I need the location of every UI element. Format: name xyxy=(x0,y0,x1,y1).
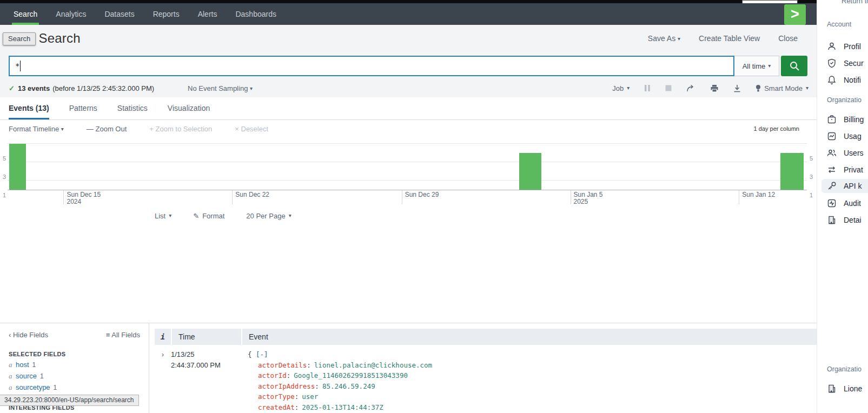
deselect-label: Deselect xyxy=(241,125,269,133)
create-table-view-button[interactable]: Create Table View xyxy=(699,34,760,43)
timeline-bar[interactable] xyxy=(9,144,26,190)
tab-statistics[interactable]: Statistics xyxy=(117,97,148,119)
event-sampling-label: No Event Sampling xyxy=(188,84,248,92)
field-source[interactable]: asource1 xyxy=(9,372,140,380)
format-button[interactable]: ✎ Format xyxy=(193,212,224,220)
pencil-icon: ✎ xyxy=(193,212,199,220)
export-button[interactable] xyxy=(733,84,741,92)
lightbulb-icon xyxy=(756,84,761,92)
search-query-text: * xyxy=(15,62,19,70)
deselect-button[interactable]: × Deselect xyxy=(235,125,268,133)
json-key[interactable]: actorType xyxy=(258,392,299,401)
hide-fields-button[interactable]: ‹ Hide Fields xyxy=(9,331,48,339)
field-type-string-icon: a xyxy=(9,384,16,391)
stop-button[interactable] xyxy=(665,85,672,91)
all-fields-button[interactable]: ≡ All Fields xyxy=(106,331,140,339)
search-mode-dropdown[interactable]: Smart Mode ▾ xyxy=(756,84,809,92)
y-axis-label-right: 5 xyxy=(810,155,813,162)
share-button[interactable] xyxy=(686,84,695,92)
field-host[interactable]: ahost1 xyxy=(9,361,140,369)
col-header-time: Time xyxy=(172,329,241,345)
close-button[interactable]: Close xyxy=(778,34,798,43)
sidebar-item-profile[interactable]: Profil xyxy=(827,39,861,54)
search-input[interactable]: * xyxy=(9,56,734,76)
splunk-logo-icon[interactable]: > xyxy=(784,4,806,25)
event-count-suffix: (before 1/13/25 2:45:32.000 PM) xyxy=(52,84,154,92)
json-key[interactable]: actorIpAddress xyxy=(258,382,319,390)
save-as-label: Save As xyxy=(648,34,675,43)
field-sourcetype[interactable]: asourcetype1 xyxy=(9,384,140,391)
organization-section-title: Organizatio xyxy=(827,96,862,104)
json-key[interactable]: actorId xyxy=(258,371,290,379)
result-tabs: Events (13) Patterns Statistics Visualiz… xyxy=(0,97,817,120)
return-to-link[interactable]: Return to xyxy=(842,0,868,5)
nav-item-search[interactable]: Search xyxy=(4,3,47,25)
export-icon xyxy=(733,84,741,92)
json-collapse-link[interactable]: [-] xyxy=(256,350,268,358)
format-label: Format xyxy=(202,212,224,220)
cloud-settings-sidebar: Return to Account Profil Secur Notifi Or… xyxy=(817,0,868,413)
nav-item-reports[interactable]: Reports xyxy=(144,3,189,25)
list-view-dropdown[interactable]: List ▾ xyxy=(155,212,171,220)
zoom-to-selection-button[interactable]: + Zoom to Selection xyxy=(149,125,212,133)
y-axis-label-left: 5 xyxy=(2,155,6,162)
tab-patterns[interactable]: Patterns xyxy=(69,97,97,119)
search-submit-button[interactable] xyxy=(781,56,807,76)
people-icon xyxy=(827,148,837,158)
nav-item-datasets[interactable]: Datasets xyxy=(95,3,143,25)
job-menu-button[interactable]: Job ▾ xyxy=(612,84,630,92)
sidebar-item-organization-lionel[interactable]: Lione xyxy=(827,382,862,396)
tab-events[interactable]: Events (13) xyxy=(9,97,49,119)
chevron-down-icon: ▾ xyxy=(250,85,253,91)
sidebar-item-billing[interactable]: Billing xyxy=(827,112,864,126)
stop-icon xyxy=(665,85,672,91)
json-value[interactable]: lionel.palacin@clickhouse.com xyxy=(314,361,432,369)
format-timeline-dropdown[interactable]: Format Timeline ▾ xyxy=(9,125,64,133)
selected-fields-title: SELECTED FIELDS xyxy=(9,351,140,357)
event-count: 13 events xyxy=(18,84,50,92)
event-sampling-dropdown[interactable]: No Event Sampling ▾ xyxy=(188,84,253,92)
nav-item-dashboards[interactable]: Dashboards xyxy=(226,3,286,25)
field-count: 1 xyxy=(32,361,36,369)
y-gridline xyxy=(8,180,807,181)
print-button[interactable] xyxy=(710,84,719,92)
timeline-bar[interactable] xyxy=(780,153,804,190)
json-value[interactable]: user xyxy=(302,392,318,401)
sidebar-item-details[interactable]: Detai xyxy=(827,213,862,227)
field-name: source xyxy=(16,372,37,380)
timeline-plot[interactable] xyxy=(8,139,807,190)
chevron-down-icon: ▾ xyxy=(768,63,771,69)
timeline-bar[interactable] xyxy=(519,153,541,190)
sidebar-item-label: Notifi xyxy=(844,76,861,84)
sidebar-item-api-keys[interactable]: API k xyxy=(821,179,868,193)
sidebar-item-label: Privat xyxy=(844,165,863,174)
chevron-down-icon: ▾ xyxy=(61,126,64,132)
save-as-button[interactable]: Save As ▾ xyxy=(648,34,680,43)
sidebar-item-private-endpoints[interactable]: Privat xyxy=(827,163,863,177)
check-icon: ✓ xyxy=(9,84,15,92)
zoom-to-selection-label: Zoom to Selection xyxy=(156,125,213,133)
sidebar-item-audit[interactable]: Audit xyxy=(827,196,861,210)
timeline-scale-note: 1 day per column xyxy=(754,125,799,132)
json-value[interactable]: Google_114602629918513043390 xyxy=(294,371,408,379)
json-key[interactable]: createdAt xyxy=(258,403,299,411)
x-tick-label: Sun Dec 22 xyxy=(235,191,269,198)
sidebar-item-usage[interactable]: Usag xyxy=(827,129,862,143)
event-timestamp: 2:44:37.000 PM xyxy=(171,360,241,371)
expand-event-chevron[interactable]: › xyxy=(155,349,171,413)
json-value[interactable]: 2025-01-13T14:44:37Z xyxy=(302,403,383,411)
per-page-dropdown[interactable]: 20 Per Page ▾ xyxy=(246,212,291,220)
sidebar-item-notifications[interactable]: Notifi xyxy=(827,73,861,87)
chevron-down-icon: ▾ xyxy=(169,212,171,218)
sidebar-item-security[interactable]: Secur xyxy=(827,56,864,70)
sidebar-item-users[interactable]: Users xyxy=(827,146,864,160)
zoom-out-button[interactable]: — Zoom Out xyxy=(87,125,127,133)
nav-item-analytics[interactable]: Analytics xyxy=(47,3,95,25)
y-axis-label-right: 3 xyxy=(810,174,813,180)
json-value[interactable]: 85.246.59.249 xyxy=(322,382,375,390)
time-range-picker[interactable]: All time ▾ xyxy=(734,56,779,76)
json-key[interactable]: actorDetails xyxy=(258,361,311,369)
pause-button[interactable] xyxy=(644,84,651,92)
nav-item-alerts[interactable]: Alerts xyxy=(189,3,227,25)
tab-visualization[interactable]: Visualization xyxy=(168,97,210,119)
